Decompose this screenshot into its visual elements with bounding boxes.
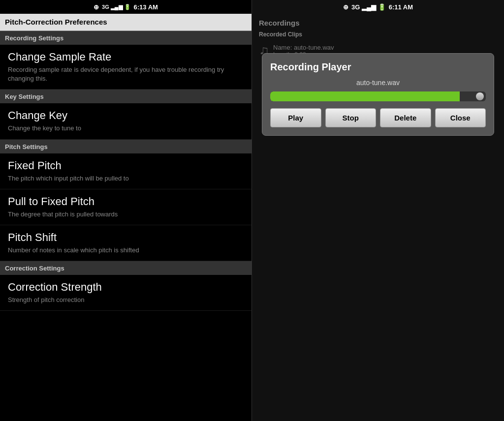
right-page-title: Recordings <box>259 19 497 27</box>
play-button[interactable]: Play <box>270 108 321 127</box>
pref-title-change-key: Change Key <box>8 109 244 122</box>
pref-item-pull-to-fixed[interactable]: Pull to Fixed Pitch The degree that pitc… <box>0 189 252 225</box>
recorded-clips-label: Recorded Clips <box>259 31 497 38</box>
right-signal-icons: 3G ▂▄▆ 🔋 <box>351 3 386 11</box>
pref-title-sample-rate: Change Sample Rate <box>8 51 244 63</box>
pref-item-pitch-shift[interactable]: Pitch Shift Number of notes in scale whi… <box>0 225 252 261</box>
right-battery-icon: 🔋 <box>378 3 386 11</box>
close-button[interactable]: Close <box>435 108 486 127</box>
progress-bar-container[interactable] <box>270 91 486 101</box>
right-network-label: 3G <box>351 3 360 11</box>
autotune-name-label: Name: auto-tune.wav <box>273 44 334 51</box>
pref-item-sample-rate[interactable]: Change Sample Rate Recording sample rate… <box>0 45 252 90</box>
pref-desc-sample-rate: Recording sample rate is device dependen… <box>8 65 244 83</box>
progress-bar-fill <box>270 91 460 101</box>
progress-bar-thumb <box>476 92 484 100</box>
dialog-filename: auto-tune.wav <box>270 79 486 87</box>
recording-player-dialog: Recording Player auto-tune.wav Play Stop… <box>262 53 494 136</box>
section-header-correction: Correction Settings <box>0 261 252 275</box>
pref-title-pull-to-fixed: Pull to Fixed Pitch <box>8 195 244 208</box>
pref-item-change-key[interactable]: Change Key Change the key to tune to <box>0 103 252 139</box>
section-label-correction: Correction Settings <box>5 265 64 272</box>
pref-desc-fixed-pitch: The pitch which input pitch will be pull… <box>8 174 244 183</box>
left-signal-bars: ▂▄▆ <box>111 4 123 10</box>
stop-button[interactable]: Stop <box>325 108 377 127</box>
pref-title-pitch-shift: Pitch Shift <box>8 231 244 244</box>
right-panel: ⊕ 3G ▂▄▆ 🔋 6:11 AM Recordings Recorded C… <box>252 0 504 421</box>
app-title-bar: Pitch-Correction Preferences <box>0 14 252 31</box>
left-time: 6:13 AM <box>134 3 158 11</box>
pref-item-fixed-pitch[interactable]: Fixed Pitch The pitch which input pitch … <box>0 153 252 189</box>
pref-title-correction-strength: Correction Strength <box>8 281 244 294</box>
app-title: Pitch-Correction Preferences <box>5 18 107 26</box>
left-signal-icons: 3G ▂▄▆ 🔋 <box>102 4 130 10</box>
pref-desc-pull-to-fixed: The degree that pitch is pulled towards <box>8 210 244 219</box>
right-signal-bars: ▂▄▆ <box>362 3 376 11</box>
left-gps-icon: ⊕ <box>94 3 99 11</box>
right-status-bar: ⊕ 3G ▂▄▆ 🔋 6:11 AM <box>252 0 504 14</box>
section-header-pitch: Pitch Settings <box>0 140 252 153</box>
dialog-buttons: Play Stop Delete Close <box>270 108 486 127</box>
pref-desc-change-key: Change the key to tune to <box>8 124 244 133</box>
left-battery-icon: 🔋 <box>124 4 131 10</box>
section-label-key: Key Settings <box>5 93 44 100</box>
right-gps-icon: ⊕ <box>343 3 348 11</box>
section-label-pitch: Pitch Settings <box>5 143 48 150</box>
left-panel: ⊕ 3G ▂▄▆ 🔋 6:13 AM Pitch-Correction Pref… <box>0 0 252 421</box>
pref-title-fixed-pitch: Fixed Pitch <box>8 159 244 172</box>
section-header-key: Key Settings <box>0 90 252 103</box>
left-network-label: 3G <box>102 4 109 10</box>
left-status-bar: ⊕ 3G ▂▄▆ 🔋 6:13 AM <box>0 0 252 14</box>
pref-desc-correction-strength: Strength of pitch correction <box>8 296 244 304</box>
section-header-recording: Recording Settings <box>0 31 252 45</box>
right-content: Recordings Recorded Clips ♫ Name: auto-t… <box>252 14 504 421</box>
right-time: 6:11 AM <box>389 3 413 11</box>
pref-desc-pitch-shift: Number of notes in scale which pitch is … <box>8 246 244 255</box>
section-label-recording: Recording Settings <box>5 34 63 42</box>
delete-button[interactable]: Delete <box>380 108 431 127</box>
pref-item-correction-strength[interactable]: Correction Strength Strength of pitch co… <box>0 275 252 311</box>
dialog-title: Recording Player <box>270 61 486 73</box>
